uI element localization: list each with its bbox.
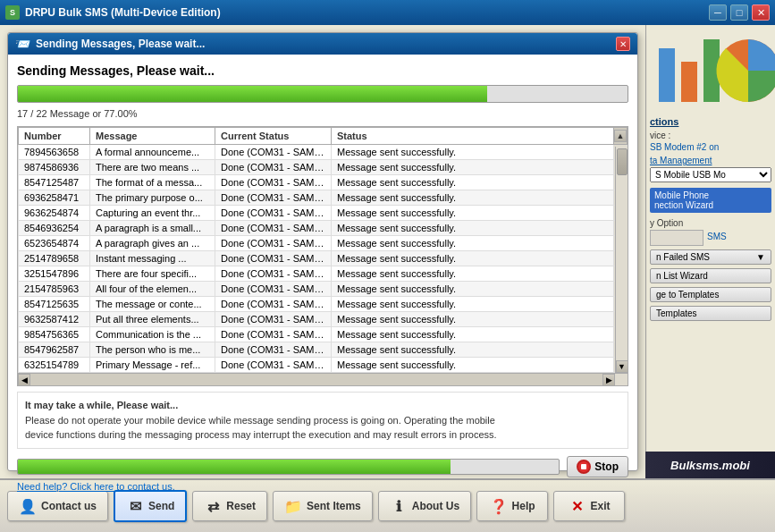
send-label: Send [148, 500, 174, 512]
main-progress-fill [18, 86, 487, 102]
templates-label: Templates [656, 308, 697, 318]
failed-label: n Failed SMS [656, 252, 710, 262]
dialog-content: Sending Messages, Please wait... 17 / 22… [8, 55, 637, 501]
table-cell: A paragraph is a small... [90, 221, 215, 236]
table-row: 7894563658A formal announceme...Done (CO… [19, 145, 628, 160]
table-row: 8547962587The person who is me...Done (C… [19, 342, 628, 358]
contact-us-label: Contact us [41, 500, 97, 512]
warning-section: It may take a while, Please wait... Plea… [17, 392, 628, 449]
bulksms-badge: Bulksms.mobi [645, 452, 775, 478]
table-cell: 6523654874 [19, 236, 90, 251]
table-cell: Done (COM31 - SAMS... [215, 266, 332, 282]
table-cell: Message sent successfully. [332, 160, 614, 175]
title-bar: S DRPU Bulk SMS (Multi-Device Edition) ─… [0, 0, 775, 25]
scroll-up-arrow[interactable]: ▲ [614, 130, 627, 142]
table-cell: All four of the elemen... [90, 282, 215, 297]
svg-rect-0 [659, 48, 675, 102]
sms-label: SMS [707, 232, 727, 241]
scroll-track-h [30, 374, 602, 386]
table-cell: Done (COM31 - SAMS... [215, 145, 332, 160]
table-body: 7894563658A formal announceme...Done (CO… [19, 145, 628, 373]
table-cell: The message or conte... [90, 297, 215, 312]
table-cell: A paragraph gives an ... [90, 236, 215, 251]
sms-dropdown[interactable] [650, 230, 703, 246]
list-wizard-btn[interactable]: n List Wizard [650, 268, 771, 283]
table-row: 6325154789Primary Message - ref...Done (… [19, 358, 628, 373]
warning-line1: It may take a while, Please wait... [25, 398, 620, 413]
minimize-button[interactable]: ─ [709, 4, 727, 21]
table-row: 9874586936There are two means ...Done (C… [19, 160, 628, 175]
close-button[interactable]: ✕ [752, 4, 770, 21]
table-cell: 8547125635 [19, 297, 90, 312]
table-cell: Message sent successfully. [332, 282, 614, 297]
scroll-left-arrow[interactable]: ◀ [18, 374, 30, 386]
stop-label: Stop [594, 460, 619, 473]
data-mgmt: ta Management [650, 156, 771, 165]
device-select[interactable]: S Mobile USB Mo [650, 167, 771, 182]
col-header-current-status: Current Status [215, 128, 332, 145]
sending-heading: Sending Messages, Please wait... [17, 63, 628, 78]
phone-wizard-highlight[interactable]: Mobile Phone nection Wizard [650, 188, 771, 213]
table-cell: Done (COM31 - SAMS... [215, 160, 332, 175]
scroll-thumb[interactable] [617, 148, 628, 175]
table-cell: Message sent successfully. [332, 206, 614, 221]
stop-button[interactable]: Stop [567, 456, 628, 477]
table-cell: Done (COM31 - SAMS... [215, 327, 332, 342]
table-cell: There are two means ... [90, 160, 215, 175]
table-cell: 2154785963 [19, 282, 90, 297]
app-title: DRPU Bulk SMS (Multi-Device Edition) [25, 6, 221, 19]
help-link[interactable]: Need help? Click here to contact us. [17, 481, 628, 492]
table-cell: Message sent successfully. [332, 251, 614, 266]
table-row: 2154785963All four of the elemen...Done … [19, 282, 628, 297]
dialog-icon: 📨 [15, 37, 30, 51]
table-cell: There are four specifi... [90, 266, 215, 282]
dialog-close-button[interactable]: ✕ [616, 37, 630, 51]
bar-chart [650, 30, 775, 111]
table-cell: The person who is me... [90, 342, 215, 358]
horizontal-scrollbar: ◀ ▶ [18, 373, 628, 385]
option-title: y Option [650, 218, 771, 228]
table-cell: Message sent successfully. [332, 175, 614, 190]
stop-icon-inner [581, 464, 586, 469]
title-controls: ─ □ ✕ [709, 4, 770, 21]
table-cell: Message sent successfully. [332, 342, 614, 358]
chart-area [650, 30, 771, 111]
device-label: vice : [650, 131, 771, 140]
scroll-right-arrow[interactable]: ▶ [602, 374, 615, 386]
table-row: 2514789658Instant messaging ...Done (COM… [19, 251, 628, 266]
scroll-header: ▲ [614, 128, 628, 145]
second-progress-bar [17, 459, 560, 475]
table-cell: Instant messaging ... [90, 251, 215, 266]
dialog-title-bar: 📨 Sending Messages, Please wait... ✕ [8, 33, 637, 55]
table-cell: Message sent successfully. [332, 266, 614, 282]
dialog-panel: 📨 Sending Messages, Please wait... ✕ Sen… [0, 25, 645, 478]
table-cell: Put all three elements... [90, 312, 215, 327]
table-cell: 9874586936 [19, 160, 90, 175]
all-templates-btn[interactable]: Templates [650, 306, 771, 321]
maximize-button[interactable]: □ [730, 4, 748, 21]
svg-rect-1 [681, 62, 697, 102]
scroll-down-arrow[interactable]: ▼ [616, 360, 628, 373]
table-cell: 8547125487 [19, 175, 90, 190]
warning-line3: device functions during the messaging pr… [25, 427, 620, 443]
table-cell: Done (COM31 - SAMS... [215, 236, 332, 251]
table-row: 3251547896There are four specifi...Done … [19, 266, 628, 282]
table-row: 8547125487The format of a messa...Done (… [19, 175, 628, 190]
reset-label: Reset [226, 500, 256, 512]
table-cell: Message sent successfully. [332, 312, 614, 327]
stop-icon [577, 460, 591, 474]
table-row: 6936258471The primary purpose o...Done (… [19, 190, 628, 206]
table-cell: Message sent successfully. [332, 358, 614, 373]
table-cell: 8546936254 [19, 221, 90, 236]
table-cell: 8547962587 [19, 342, 90, 358]
table-cell: 7894563658 [19, 145, 90, 160]
failed-sms-btn[interactable]: n Failed SMS ▼ [650, 249, 771, 265]
table-cell: 9632587412 [19, 312, 90, 327]
templates-btn[interactable]: ge to Templates [650, 287, 771, 302]
table-cell: Message sent successfully. [332, 236, 614, 251]
table-cell: 3251547896 [19, 266, 90, 282]
table-row: 8546936254A paragraph is a small...Done … [19, 221, 628, 236]
table-cell: Done (COM31 - SAMS... [215, 342, 332, 358]
table-cell: 6325154789 [19, 358, 90, 373]
table-cell: The format of a messa... [90, 175, 215, 190]
